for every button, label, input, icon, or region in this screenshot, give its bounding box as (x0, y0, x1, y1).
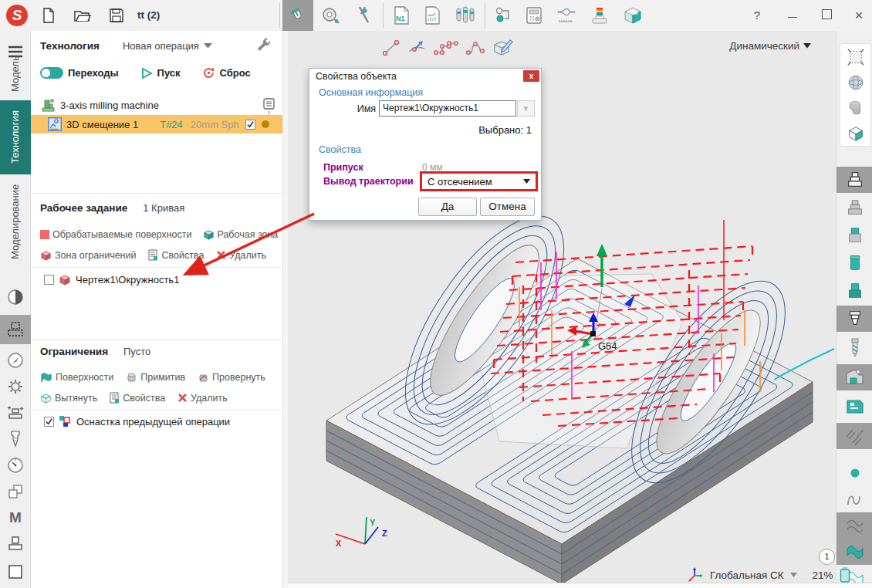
job-delete-button[interactable]: Удалить (216, 250, 266, 261)
snap-magnet-button[interactable] (282, 0, 313, 31)
tab-modeling[interactable]: Моделирование (0, 182, 31, 261)
fixture-squares-icon (59, 415, 72, 427)
mesh-sphere-icon[interactable] (847, 73, 865, 92)
trajectory-output-dropdown[interactable]: С отсечением (420, 171, 538, 191)
restr-delete-button[interactable]: Удалить (177, 393, 228, 404)
project-tab[interactable]: tt (2) (137, 0, 160, 31)
restr-revolve-button[interactable]: Провернуть (198, 372, 265, 383)
additive-button[interactable] (585, 0, 614, 31)
output-label: Вывод траектории (323, 176, 414, 187)
sketch-box-icon[interactable] (492, 37, 513, 59)
open-project-button[interactable] (71, 0, 94, 31)
gauge-button[interactable] (0, 452, 31, 478)
operation-settings-button[interactable] (255, 37, 272, 54)
measure-tape-button[interactable] (316, 0, 346, 31)
zoom-indicator-icon[interactable] (840, 566, 850, 583)
machine-teal-button[interactable] (837, 394, 872, 420)
view-axes-triad: X Y Z (336, 517, 387, 548)
macro-button[interactable]: M (0, 505, 31, 531)
stock-teal-button[interactable] (837, 250, 872, 276)
job-properties-button[interactable]: Свойства (148, 249, 204, 261)
help-button[interactable]: ? (747, 6, 767, 25)
restr-extrude-button[interactable]: Вытянуть (40, 393, 97, 404)
compass-button[interactable] (0, 347, 31, 373)
minimize-button[interactable] (782, 6, 803, 25)
restr-surfaces-button[interactable]: Поверхности (40, 372, 113, 383)
run-button[interactable]: Пуск (157, 67, 181, 79)
section-hatch-button[interactable] (837, 423, 872, 449)
job-restrictzone-button[interactable]: Зона ограничений (40, 250, 136, 261)
dialog-close-button[interactable]: x (523, 70, 539, 82)
surfaces-outline-button[interactable] (837, 512, 872, 539)
operation-list-button[interactable] (262, 97, 275, 110)
point-button[interactable] (837, 460, 872, 486)
caliper-button[interactable] (349, 0, 378, 31)
save-project-button[interactable] (105, 0, 128, 31)
wire-box-icon[interactable] (847, 124, 865, 143)
restr-item-label[interactable]: Оснастка предыдущей операции (76, 416, 230, 427)
operation-checkbox[interactable] (245, 120, 255, 130)
stock-stepped-teal-button[interactable] (837, 278, 872, 304)
solid-body-icon[interactable] (847, 99, 865, 117)
maximize-button[interactable] (816, 6, 837, 25)
graphs-button[interactable] (551, 0, 582, 31)
chevron-down-icon[interactable] (204, 43, 212, 49)
calculator-button[interactable] (520, 0, 548, 31)
name-input[interactable]: Чертеж1\Окружность1 (379, 100, 516, 117)
surface-teal-button[interactable] (837, 539, 872, 565)
drill-tool-button[interactable] (837, 335, 872, 361)
restr-properties-button[interactable]: Свойства (110, 392, 165, 404)
machine-node-label[interactable]: 3-axis milling machine (60, 100, 159, 111)
machine-view-button[interactable] (837, 364, 872, 390)
operation-row[interactable]: 3D смещение 1 T#24 20mm Sph (31, 115, 282, 133)
stock-outline-button[interactable] (837, 167, 872, 193)
transitions-label[interactable]: Переходы (68, 67, 119, 79)
app-logo-icon[interactable]: S (6, 5, 28, 26)
reset-button[interactable]: Сброс (220, 67, 251, 79)
job-surfaces-button[interactable]: Обрабатываемые поверхности (40, 229, 192, 240)
counter-badge[interactable]: 1 (819, 549, 835, 565)
job-item-label[interactable]: Чертеж1\Окружность1 (76, 274, 179, 286)
operation-selector[interactable]: Новая операция (123, 40, 199, 52)
job-workzone-button[interactable]: Рабочая зона (203, 229, 279, 240)
stock-top-teal-button[interactable] (837, 222, 872, 248)
surface-normal-icon[interactable] (407, 38, 427, 58)
ok-button[interactable]: Да (418, 198, 477, 216)
spline-points-icon[interactable] (465, 39, 485, 57)
tab-technology[interactable]: Технология (0, 100, 31, 174)
layers-button[interactable] (0, 478, 31, 505)
chevron-down-icon[interactable] (790, 573, 797, 577)
cone-outline-button[interactable] (837, 306, 872, 332)
stamp-button[interactable] (0, 531, 31, 557)
nc-program-button[interactable]: N1 (387, 0, 415, 31)
curve-button[interactable] (837, 486, 872, 512)
polyline-points-icon[interactable] (433, 39, 459, 57)
simulation-button[interactable] (617, 0, 648, 31)
select-region-icon[interactable] (847, 48, 865, 66)
cancel-button[interactable]: Отмена (480, 198, 535, 216)
settings-button[interactable] (0, 373, 31, 400)
name-combo-arrow[interactable]: ▼ (517, 100, 535, 117)
transform-stamp-button[interactable] (0, 400, 31, 426)
restr-primitive-button[interactable]: Примитив (126, 372, 185, 383)
render-mode-button[interactable] (0, 284, 31, 310)
tab-model[interactable]: Модель (0, 54, 31, 94)
report-button[interactable] (418, 0, 446, 31)
blank-square-button[interactable] (0, 559, 31, 585)
workpiece-mode-button[interactable] (0, 315, 31, 344)
close-button[interactable]: × (849, 6, 869, 25)
tool-library-button[interactable] (449, 0, 482, 31)
job-item-checkbox[interactable] (44, 275, 54, 285)
view-mode-selector[interactable]: Динамический (729, 40, 811, 52)
mill-tool-button[interactable] (0, 426, 31, 452)
coord-system-selector[interactable]: Глобальная СК (710, 569, 784, 581)
transitions-toggle[interactable] (40, 67, 63, 79)
new-document-button[interactable] (37, 0, 60, 31)
point-line-icon[interactable] (382, 39, 401, 57)
panel-scrollbar[interactable] (282, 31, 288, 588)
dialog-section-main: Основная информация (319, 87, 423, 98)
zoom-level[interactable]: 21% (813, 569, 833, 581)
restr-item-checkbox[interactable] (44, 417, 54, 427)
stock-solid-button[interactable] (837, 194, 872, 221)
operation-nodes-button[interactable] (489, 0, 517, 31)
